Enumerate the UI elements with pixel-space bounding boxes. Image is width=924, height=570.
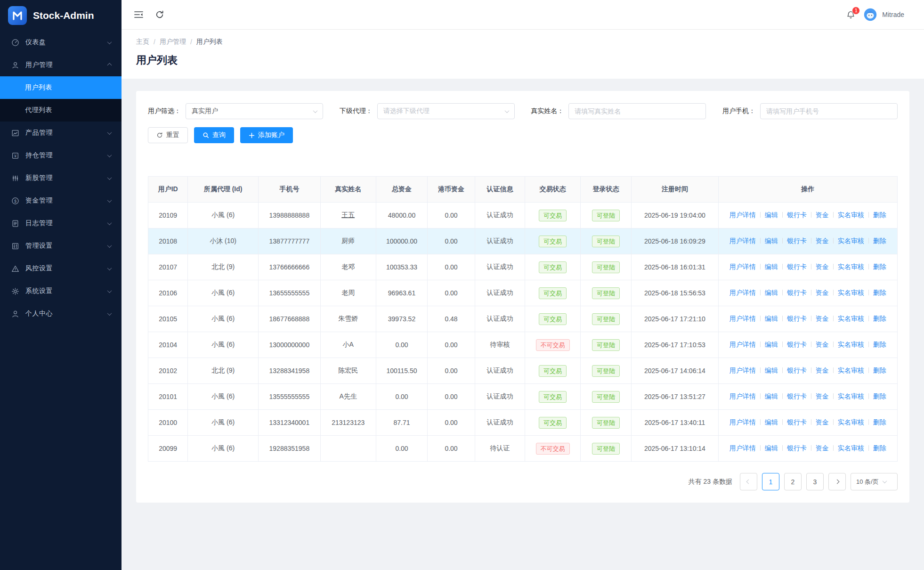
sidebar-item-agent-list[interactable]: 代理列表 [0,99,122,122]
sidebar-item-dashboard[interactable]: 仪表盘 [0,31,122,54]
sidebar-item-ipo-management[interactable]: 新股管理 [0,167,122,189]
sub-agent-select[interactable]: 请选择下级代理 [377,103,515,119]
action-kyc-audit-link[interactable]: 实名审核 [838,315,864,322]
sidebar-item-position-management[interactable]: ¥ 持仓管理 [0,144,122,167]
action-edit-link[interactable]: 编辑 [765,444,778,452]
logo-row[interactable]: Stock-Admin [0,0,122,31]
action-user-detail-link[interactable]: 用户详情 [729,341,756,348]
action-funds-link[interactable]: 资金 [816,315,829,322]
action-user-detail-link[interactable]: 用户详情 [729,444,756,452]
action-edit-link[interactable]: 编辑 [765,289,778,296]
action-funds-link[interactable]: 资金 [816,418,829,426]
avatar[interactable] [864,8,877,21]
page-button-1[interactable]: 1 [762,473,779,490]
action-user-detail-link[interactable]: 用户详情 [729,263,756,270]
action-edit-link[interactable]: 编辑 [765,211,778,219]
table-row[interactable]: 20104 小風 (6) 13000000000 小A 0.00 0.00 待审… [148,332,898,358]
action-edit-link[interactable]: 编辑 [765,392,778,400]
notification-bell-icon[interactable]: 1 [846,10,856,20]
action-delete-link[interactable]: 删除 [873,341,886,348]
action-delete-link[interactable]: 删除 [873,392,886,400]
action-delete-link[interactable]: 删除 [873,211,886,219]
sidebar-item-log-management[interactable]: 日志管理 [0,212,122,235]
action-kyc-audit-link[interactable]: 实名审核 [838,263,864,270]
user-filter-select[interactable]: 真实用户 [186,103,323,119]
real-name-input[interactable] [568,103,706,119]
action-edit-link[interactable]: 编辑 [765,418,778,426]
action-user-detail-link[interactable]: 用户详情 [729,211,756,219]
prev-page-button[interactable] [740,473,757,490]
action-kyc-audit-link[interactable]: 实名审核 [838,341,864,348]
action-funds-link[interactable]: 资金 [816,366,829,374]
action-kyc-audit-link[interactable]: 实名审核 [838,289,864,296]
action-edit-link[interactable]: 编辑 [765,366,778,374]
action-delete-link[interactable]: 删除 [873,366,886,374]
action-funds-link[interactable]: 资金 [816,341,829,348]
sidebar-item-user-management[interactable]: 用户管理 [0,54,122,76]
refresh-icon[interactable] [155,10,164,19]
sidebar-fold-icon[interactable] [134,10,144,19]
action-edit-link[interactable]: 编辑 [765,263,778,270]
action-user-detail-link[interactable]: 用户详情 [729,315,756,322]
action-delete-link[interactable]: 删除 [873,289,886,296]
table-row[interactable]: 20100 小風 (6) 13312340001 213123123 87.71… [148,410,898,436]
action-bank-card-link[interactable]: 银行卡 [787,263,807,270]
table-row[interactable]: 20108 小沐 (10) 13877777777 厨师 100000.00 0… [148,228,898,254]
action-bank-card-link[interactable]: 银行卡 [787,289,807,296]
username[interactable]: Mitrade [882,11,904,18]
next-page-button[interactable] [828,473,846,490]
action-edit-link[interactable]: 编辑 [765,237,778,244]
search-button[interactable]: 查询 [194,127,234,143]
action-user-detail-link[interactable]: 用户详情 [729,392,756,400]
reset-button[interactable]: 重置 [148,127,188,143]
table-row[interactable]: 20105 小風 (6) 18677668888 朱雪娇 39973.52 0.… [148,306,898,332]
action-user-detail-link[interactable]: 用户详情 [729,418,756,426]
action-delete-link[interactable]: 删除 [873,263,886,270]
sidebar-item-user-list[interactable]: 用户列表 [0,76,122,99]
action-delete-link[interactable]: 删除 [873,315,886,322]
action-user-detail-link[interactable]: 用户详情 [729,289,756,296]
action-bank-card-link[interactable]: 银行卡 [787,366,807,374]
action-funds-link[interactable]: 资金 [816,289,829,296]
breadcrumb-home[interactable]: 主页 [136,38,149,46]
table-row[interactable]: 20106 小風 (6) 13655555555 老周 96963.61 0.0… [148,280,898,306]
sidebar-item-profile-center[interactable]: 个人中心 [0,302,122,325]
action-bank-card-link[interactable]: 银行卡 [787,211,807,219]
action-bank-card-link[interactable]: 银行卡 [787,315,807,322]
breadcrumb-user-management[interactable]: 用户管理 [160,38,186,46]
action-kyc-audit-link[interactable]: 实名审核 [838,237,864,244]
sidebar-item-product-management[interactable]: 产品管理 [0,122,122,144]
action-user-detail-link[interactable]: 用户详情 [729,237,756,244]
action-bank-card-link[interactable]: 银行卡 [787,418,807,426]
sidebar-item-admin-settings[interactable]: 管理设置 [0,235,122,257]
action-user-detail-link[interactable]: 用户详情 [729,366,756,374]
action-kyc-audit-link[interactable]: 实名审核 [838,392,864,400]
action-funds-link[interactable]: 资金 [816,444,829,452]
action-funds-link[interactable]: 资金 [816,392,829,400]
action-funds-link[interactable]: 资金 [816,237,829,244]
action-edit-link[interactable]: 编辑 [765,341,778,348]
user-phone-input[interactable] [760,103,898,119]
add-account-button[interactable]: 添加账户 [240,127,293,143]
table-row[interactable]: 20107 北北 (9) 13766666666 老邓 100353.33 0.… [148,254,898,280]
action-edit-link[interactable]: 编辑 [765,315,778,322]
sidebar-item-risk-settings[interactable]: 风控设置 [0,257,122,280]
action-kyc-audit-link[interactable]: 实名审核 [838,418,864,426]
action-funds-link[interactable]: 资金 [816,263,829,270]
action-kyc-audit-link[interactable]: 实名审核 [838,211,864,219]
table-row[interactable]: 20099 小風 (6) 19288351958 0.00 0.00 待认证 不… [148,436,898,462]
sidebar-item-system-settings[interactable]: 系统设置 [0,280,122,302]
page-button-2[interactable]: 2 [784,473,802,490]
action-bank-card-link[interactable]: 银行卡 [787,444,807,452]
action-delete-link[interactable]: 删除 [873,444,886,452]
action-kyc-audit-link[interactable]: 实名审核 [838,444,864,452]
table-row[interactable]: 20101 小風 (6) 13555555555 A先生 0.00 0.00 认… [148,384,898,410]
table-row[interactable]: 20102 北北 (9) 13288341958 陈宏民 100115.50 0… [148,358,898,384]
sidebar-item-funds-management[interactable]: $ 资金管理 [0,189,122,212]
action-kyc-audit-link[interactable]: 实名审核 [838,366,864,374]
action-bank-card-link[interactable]: 银行卡 [787,341,807,348]
page-size-select[interactable]: 10 条/页 [851,473,898,490]
action-delete-link[interactable]: 删除 [873,418,886,426]
action-bank-card-link[interactable]: 银行卡 [787,392,807,400]
action-funds-link[interactable]: 资金 [816,211,829,219]
